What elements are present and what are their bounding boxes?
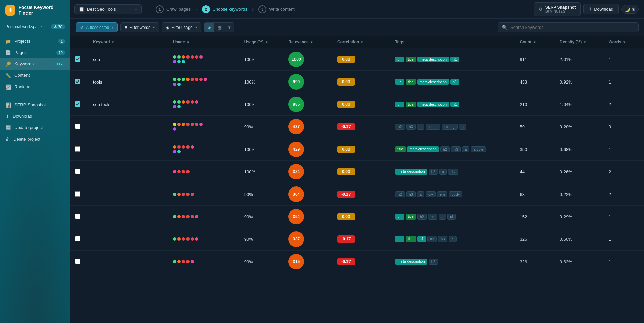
keyword-cell: tools xyxy=(88,71,168,93)
teal-dot xyxy=(177,105,181,108)
tag-h2: h2 xyxy=(427,236,437,242)
tag-meta-description: meta-description xyxy=(417,57,449,62)
serp-snapshot-button[interactable]: ⚙ SERP Snapshot 16 MINUTES xyxy=(534,2,581,16)
download-button[interactable]: ⬇ Download xyxy=(583,4,619,14)
red-dot xyxy=(186,215,190,218)
header-usagepct[interactable]: Usage (%) ▾ xyxy=(239,36,284,48)
density-cell: 0.68% xyxy=(555,138,604,161)
green-dot xyxy=(173,78,176,81)
workspace-badge: 👁 70 xyxy=(51,24,65,29)
tags-cell: urltitlemeta-descriptionh1 xyxy=(390,48,515,71)
stepper: 1 Crawl pages › 2 Choose keywords › 3 Wr… xyxy=(146,3,534,15)
words-cell: 1 xyxy=(604,251,644,273)
tags-cell: urltitlemeta-descriptionh1 xyxy=(390,71,515,93)
header-usage[interactable]: Usage ▾ xyxy=(168,36,239,48)
row-checkbox[interactable] xyxy=(75,169,80,174)
search-input[interactable] xyxy=(510,25,634,30)
sidebar-item-pages[interactable]: 📄 Pages 10 xyxy=(0,47,70,58)
pages-badge: 10 xyxy=(56,50,65,55)
red-dot xyxy=(186,123,190,126)
red-dot xyxy=(186,193,190,196)
sidebar-item-ranking[interactable]: 📈 Ranking xyxy=(0,81,70,93)
header-count[interactable]: Count ▾ xyxy=(515,36,555,48)
row-checkbox[interactable] xyxy=(75,124,80,129)
orange-dot xyxy=(177,260,181,263)
correlation-sort-icon: ▾ xyxy=(361,40,363,44)
row-checkbox[interactable] xyxy=(75,79,80,84)
view-list-button[interactable]: ▦ xyxy=(214,23,225,32)
step-write-content[interactable]: 3 Write content xyxy=(255,3,298,15)
tag-a: a xyxy=(417,124,424,130)
row-checkbox[interactable] xyxy=(75,214,80,219)
relevance-badge: 885 xyxy=(288,97,304,112)
correlation-cell: 0.00 xyxy=(333,138,390,161)
table-row: 90%437-0.17h2h3afooterstrongp590.28%3 xyxy=(70,116,644,138)
tags-cell: h2h3afooterstrongp xyxy=(390,116,515,138)
relevance-badge: 1000 xyxy=(288,52,304,67)
sidebar-logo[interactable]: ☀ Focus Keyword Finder xyxy=(0,0,70,21)
theme-toggle[interactable]: 🌙 ☀ xyxy=(621,5,639,14)
sun-icon: ☀ xyxy=(631,7,636,12)
view-grid-button[interactable]: ◈ xyxy=(204,23,214,32)
usage-dots-cell xyxy=(168,71,239,93)
count-cell: 350 xyxy=(515,138,555,161)
pink-dot xyxy=(195,237,198,241)
autoselected-button[interactable]: ✔ Autoselected ▾ xyxy=(76,22,118,32)
header-relevance[interactable]: Relevance ▾ xyxy=(284,36,333,48)
filter-usage-button[interactable]: ◈ Filter usage ▾ xyxy=(162,22,201,32)
row-checkbox[interactable] xyxy=(75,259,80,264)
header-count-label: Count xyxy=(520,40,532,44)
tag-div: div xyxy=(426,191,436,197)
pink-dot xyxy=(204,78,207,81)
green-dot xyxy=(173,193,176,196)
step-choose-keywords[interactable]: 2 Choose keywords xyxy=(199,3,251,15)
row-check-cell xyxy=(70,138,88,161)
count-cell: 326 xyxy=(515,251,555,273)
search-icon: 🔍 xyxy=(502,25,507,30)
sidebar-item-label: Pages xyxy=(14,50,27,55)
red-dot xyxy=(182,237,185,241)
row-checkbox[interactable] xyxy=(75,101,80,107)
sidebar-item-keywords[interactable]: 🔑 Keywords 117 xyxy=(0,58,70,70)
sidebar-item-projects[interactable]: 📁 Projects 1 xyxy=(0,36,70,47)
tags-cell: meta-descriptionh2 xyxy=(390,251,515,273)
workspace-label: Personal workspace xyxy=(5,24,42,29)
red-dot xyxy=(177,170,181,173)
project-selector[interactable]: 📋 Best Seo Tools ⌄ xyxy=(74,4,142,14)
teal-dot xyxy=(177,83,181,86)
keyword-cell xyxy=(88,138,168,161)
row-check-cell xyxy=(70,206,88,228)
tag-url: url xyxy=(395,236,404,242)
count-cell: 68 xyxy=(515,183,555,206)
header-density[interactable]: Density (%) ▾ xyxy=(555,36,604,48)
teal-dot xyxy=(182,60,185,63)
row-checkbox[interactable] xyxy=(75,56,80,62)
step-crawl-pages[interactable]: 1 Crawl pages xyxy=(152,3,194,15)
row-check-cell xyxy=(70,116,88,138)
sidebar-item-label: Download xyxy=(13,114,32,119)
download-icon: ⬇ xyxy=(588,7,592,12)
correlation-cell: 0.00 xyxy=(333,161,390,183)
sidebar-item-download[interactable]: ⬇ Download xyxy=(0,111,70,122)
ranking-icon: 📈 xyxy=(5,84,11,90)
header-keyword[interactable]: Keyword ▾ xyxy=(88,36,168,48)
header-correlation[interactable]: Correlation ▾ xyxy=(333,36,390,48)
row-checkbox[interactable] xyxy=(75,236,80,241)
row-checkbox[interactable] xyxy=(75,146,80,152)
sidebar-item-content[interactable]: ✏️ Content xyxy=(0,70,70,81)
row-checkbox[interactable] xyxy=(75,191,80,197)
correlation-cell: 0.00 xyxy=(333,206,390,228)
red-dot xyxy=(182,260,185,263)
red-dot xyxy=(186,237,190,241)
correlation-badge: 0.00 xyxy=(337,168,355,175)
header-words[interactable]: Words ▾ xyxy=(604,36,644,48)
sidebar-item-serp-snapshot[interactable]: 📊 SERP Snapshot xyxy=(0,99,70,111)
pink-dot xyxy=(195,100,198,104)
purple-dot xyxy=(173,83,176,86)
orange-dot xyxy=(173,145,176,149)
view-dropdown-button[interactable]: ▾ xyxy=(225,23,234,32)
tag-title: title xyxy=(406,57,416,62)
teal-dot xyxy=(177,60,181,63)
keyword-cell: seo tools xyxy=(88,93,168,116)
filter-words-button[interactable]: ≡ Filter words ▾ xyxy=(120,22,159,32)
